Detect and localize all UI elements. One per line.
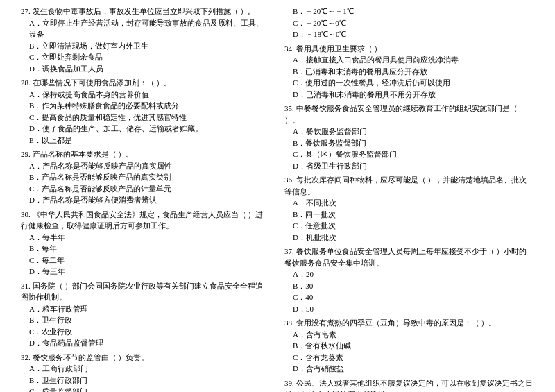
question-text: 38. 食用没有煮熟的四季豆（豆角）导致中毒的原因是：（ ）。 xyxy=(284,317,534,329)
option-item: B．－20℃～－1℃ xyxy=(293,6,534,17)
option-item: A．保持或提高食品本身的营养价值 xyxy=(29,89,271,101)
options-list: A．粮车行政管理B．卫生行政C．农业行政D．食品药品监督管理 xyxy=(21,303,271,349)
option-item: C．含有龙葵素 xyxy=(293,352,534,364)
option-item: C．质量监督部门 xyxy=(29,386,271,392)
option-item: C．使用过的一次性餐具，经冲洗后仍可以使用 xyxy=(293,77,534,89)
option-item: B．产品名称是否能够反映产品的真实类别 xyxy=(29,171,271,183)
option-item: C．－20℃～0℃ xyxy=(293,17,534,29)
options-list: A．保持或提高食品本身的营养价值B．作为某种特殊膳食食品的必要配料或成分C．提高… xyxy=(21,89,271,146)
option-item: B．30 xyxy=(293,280,534,292)
option-item: D．调换食品加工人员 xyxy=(29,63,271,75)
option-item: B．餐饮服务监督部门 xyxy=(293,137,534,149)
question-text: 30. 《中华人民共和国食品安全法》规定，食品生产经营人员应当（ ）进行健康检查… xyxy=(21,209,271,232)
option-item: D．使了食品的生产、加工、储存、运输或者贮藏。 xyxy=(29,123,271,135)
question-text: 36. 每批次库存间同种物料，应尽可能是（ ），并能清楚地填品名、批次等信息。 xyxy=(284,174,534,197)
options-list: A．立即停止生产经营活动，封存可能导致事故的食品及原料、工具、设备B．立即清洁现… xyxy=(21,17,271,75)
option-item: B．含有秋水仙碱 xyxy=(293,340,534,352)
question-q28: 28. 在哪些情况下可使用食品添加剂：（ ）。A．保持或提高食品本身的营养价值B… xyxy=(21,77,271,146)
question-q32: 32. 餐饮服务环节的监管由（ ）负责。A．工商行政部门B．卫生行政部门C．质量… xyxy=(21,352,271,393)
question-text: 35. 中餐餐饮服务食品安全管理员的继续教育工作的组织实施部门是（ ）。 xyxy=(284,103,534,126)
question-q30: 30. 《中华人民共和国食品安全法》规定，食品生产经营人员应当（ ）进行健康检查… xyxy=(21,209,271,278)
option-item: A．粮车行政管理 xyxy=(29,303,271,315)
option-item: D．产品名称是否能够方便消费者辨认 xyxy=(29,194,271,206)
option-item: C．农业行政 xyxy=(29,326,271,338)
option-item: D．已消毒和未消毒的餐用具不用分开存放 xyxy=(293,89,534,101)
options-list: A．含有皂素B．含有秋水仙碱C．含有龙葵素D．含有硝酸盐 xyxy=(284,329,534,375)
question-q33b: B．－20℃～－1℃C．－20℃～0℃D．－18℃～0℃ xyxy=(284,6,534,40)
option-item: A．餐饮服务监督部门 xyxy=(293,126,534,137)
question-text: 34. 餐用具使用卫生要求（ ） xyxy=(284,43,534,55)
question-q39: 39. 公民、法人或者其他组织不服复议决定的，可以在收到复议决定书之日起（ ）内… xyxy=(284,377,534,393)
options-list: A．不同批次B．同一批次C．任意批次D．机批批次 xyxy=(284,197,534,243)
content-area: 27. 发生食物中毒事故后，事故发生单位应当立即采取下列措施（ ）。A．立即停止… xyxy=(21,6,534,392)
question-q37: 37. 餐饮服务单位食品安全管理人员每周上每年应接受不少于（ ）小时的餐饮服务食… xyxy=(284,246,534,314)
option-item: D．50 xyxy=(293,303,534,315)
question-q38: 38. 食用没有煮熟的四季豆（豆角）导致中毒的原因是：（ ）。A．含有皂素B．含… xyxy=(284,317,534,375)
options-list: A．每半年B．每年C．每二年D．每三年 xyxy=(21,232,271,278)
option-item: A．每半年 xyxy=(29,232,271,244)
option-item: E．以上都是 xyxy=(29,135,271,146)
option-item: B．已消毒和未消毒的餐用具应分开存放 xyxy=(293,66,534,78)
question-text: 27. 发生食物中毒事故后，事故发生单位应当立即采取下列措施（ ）。 xyxy=(21,6,271,17)
option-item: D．每三年 xyxy=(29,266,271,278)
question-q34: 34. 餐用具使用卫生要求（ ）A．接触直接入口食品的餐用具使用前应洗净消毒B．… xyxy=(284,43,534,101)
option-item: C．提高食品的质量和稳定性，优进其感官特性 xyxy=(29,112,271,123)
question-text: 29. 产品名称的基本要求是（ ）。 xyxy=(21,148,271,160)
page: 27. 发生食物中毒事故后，事故发生单位应当立即采取下列措施（ ）。A．立即停止… xyxy=(0,0,555,392)
option-item: B．立即清洁现场，做好室内外卫生 xyxy=(29,40,271,52)
option-item: D．－18℃～0℃ xyxy=(293,28,534,40)
option-item: C．产品名称是否能够反映产品的计量单元 xyxy=(29,183,271,195)
option-item: C．立即处弃剩余食品 xyxy=(29,51,271,63)
option-item: A．含有皂素 xyxy=(293,329,534,341)
option-item: C．每二年 xyxy=(29,255,271,266)
option-item: C．40 xyxy=(293,291,534,303)
right-column: B．－20℃～－1℃C．－20℃～0℃D．－18℃～0℃34. 餐用具使用卫生要… xyxy=(284,6,534,392)
option-item: D．食品药品监督管理 xyxy=(29,337,271,349)
option-item: B．每年 xyxy=(29,243,271,255)
question-q36: 36. 每批次库存间同种物料，应尽可能是（ ），并能清楚地填品名、批次等信息。A… xyxy=(284,174,534,243)
option-item: C．任意批次 xyxy=(293,220,534,232)
question-text: 28. 在哪些情况下可使用食品添加剂：（ ）。 xyxy=(21,77,271,89)
option-item: B．卫生行政 xyxy=(29,314,271,326)
option-item: A．工商行政部门 xyxy=(29,363,271,375)
options-list: A．产品名称是否能够反映产品的真实属性B．产品名称是否能够反映产品的真实类别C．… xyxy=(21,160,271,206)
options-list: A．餐饮服务监督部门B．餐饮服务监督部门C．县（区）餐饮服务监督部门D．省级卫生… xyxy=(284,126,534,171)
option-item: A．20 xyxy=(293,269,534,280)
question-q27: 27. 发生食物中毒事故后，事故发生单位应当立即采取下列措施（ ）。A．立即停止… xyxy=(21,6,271,74)
question-text: 31. 国务院（ ）部门会同国务院农业行政等有关部门建立食品安全全程追溯协作机制… xyxy=(21,280,271,303)
left-column: 27. 发生食物中毒事故后，事故发生单位应当立即采取下列措施（ ）。A．立即停止… xyxy=(21,6,271,392)
option-item: D．机批批次 xyxy=(293,232,534,244)
options-list: A．20B．30C．40D．50 xyxy=(284,269,534,314)
option-item: C．县（区）餐饮服务监督部门 xyxy=(293,148,534,160)
option-item: D．省级卫生行政部门 xyxy=(293,160,534,172)
question-text: 37. 餐饮服务单位食品安全管理人员每周上每年应接受不少于（ ）小时的餐饮服务食… xyxy=(284,246,534,269)
option-item: B．作为某种特殊膳食食品的必要配料或成分 xyxy=(29,100,271,112)
question-q29: 29. 产品名称的基本要求是（ ）。A．产品名称是否能够反映产品的真实属性B．产… xyxy=(21,148,271,206)
option-item: A．接触直接入口食品的餐用具使用前应洗净消毒 xyxy=(293,54,534,66)
question-text: 32. 餐饮服务环节的监管由（ ）负责。 xyxy=(21,352,271,364)
option-item: A．不同批次 xyxy=(293,197,534,209)
option-item: A．产品名称是否能够反映产品的真实属性 xyxy=(29,160,271,172)
options-list: A．工商行政部门B．卫生行政部门C．质量监督部门D．食品药品监督管理部门 xyxy=(21,363,271,392)
option-item: B．卫生行政部门 xyxy=(29,375,271,386)
question-q35: 35. 中餐餐饮服务食品安全管理员的继续教育工作的组织实施部门是（ ）。A．餐饮… xyxy=(284,103,534,171)
question-q31: 31. 国务院（ ）部门会同国务院农业行政等有关部门建立食品安全全程追溯协作机制… xyxy=(21,280,271,349)
question-text: 39. 公民、法人或者其他组织不服复议决定的，可以在收到复议决定书之日起（ ）内… xyxy=(284,377,534,393)
option-item: A．立即停止生产经营活动，封存可能导致事故的食品及原料、工具、设备 xyxy=(29,17,271,40)
option-item: D．含有硝酸盐 xyxy=(293,363,534,375)
option-item: B．同一批次 xyxy=(293,209,534,221)
options-list: A．接触直接入口食品的餐用具使用前应洗净消毒B．已消毒和未消毒的餐用具应分开存放… xyxy=(284,54,534,100)
options-list: B．－20℃～－1℃C．－20℃～0℃D．－18℃～0℃ xyxy=(284,6,534,40)
